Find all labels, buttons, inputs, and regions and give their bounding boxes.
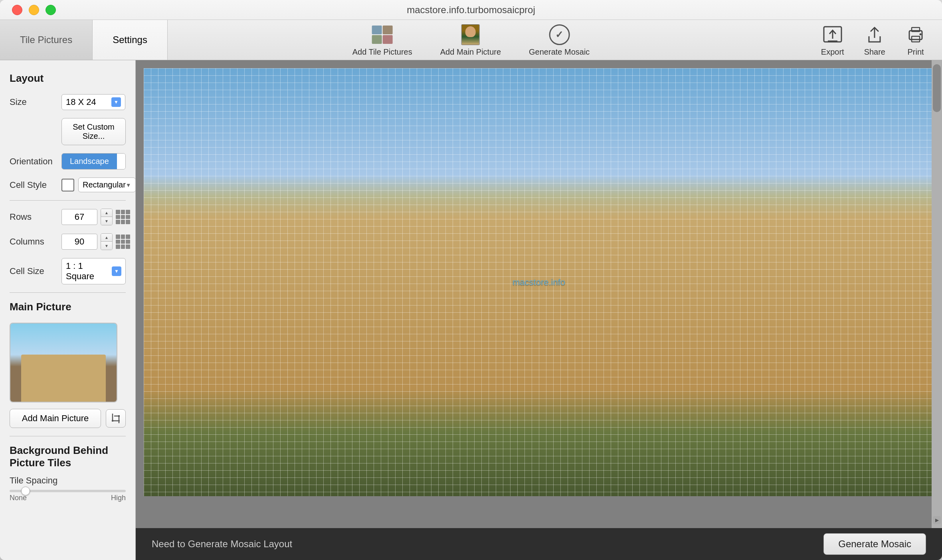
cell-style-controls: Rectangular: [61, 177, 136, 192]
size-row: Size 18 X 24: [10, 94, 126, 110]
rows-label: Rows: [10, 212, 61, 222]
tile-spacing-thumb[interactable]: [21, 487, 30, 495]
columns-decrement[interactable]: ▼: [101, 242, 112, 250]
tabs-toolbar-row: Tile Pictures Settings: [0, 20, 942, 60]
columns-grid-icon[interactable]: [116, 235, 130, 249]
tile-icon-cell3: [372, 35, 382, 44]
cell-style-row: Cell Style Rectangular: [10, 177, 126, 192]
toolbar-center: Add Tile Pictures Add Main Picture: [352, 24, 590, 57]
orientation-row: Orientation Landscape Portrait: [10, 153, 126, 170]
canvas-area: macstore.info ▶ Need to Generate Mosaic …: [136, 60, 942, 560]
cell-size-value: 1 : 1 Square: [66, 261, 109, 282]
bottom-status-bar: Need to Generate Mosaic Layout Generate …: [136, 528, 942, 560]
add-tile-pictures-button[interactable]: Add Tile Pictures: [352, 24, 412, 57]
size-value: 18 X 24: [66, 97, 108, 107]
window-header: macstore.info.turbomosaicproj Tile Pictu…: [0, 0, 942, 60]
generate-mosaic-action-button[interactable]: Generate Mosaic: [823, 533, 926, 555]
sidebar: Layout Size 18 X 24 Set Custom Size... O…: [0, 60, 136, 560]
tile-icon-cell2: [383, 26, 393, 34]
cell-style-select[interactable]: Rectangular: [78, 177, 136, 192]
rows-input[interactable]: [61, 209, 97, 225]
tile-spacing-slider-container: None High: [10, 490, 126, 512]
columns-label: Columns: [10, 237, 61, 247]
print-button[interactable]: Print: [905, 24, 926, 57]
generate-mosaic-icon: [549, 24, 570, 46]
custom-size-button[interactable]: Set Custom Size...: [61, 118, 126, 145]
tile-spacing-track: [10, 490, 126, 492]
tabs-left: Tile Pictures Settings: [0, 20, 168, 60]
tab-tile-pictures[interactable]: Tile Pictures: [0, 20, 93, 60]
rows-stepper: ▲ ▼: [101, 209, 113, 225]
cell-style-value: Rectangular: [83, 180, 126, 189]
mosaic-grid-overlay: [144, 68, 934, 496]
rows-decrement[interactable]: ▼: [101, 217, 112, 225]
toolbar-right: Export Share: [821, 24, 926, 57]
columns-row: Columns ▲ ▼: [10, 233, 126, 250]
slider-high-label: High: [111, 494, 126, 502]
bg-section-title: Background Behind Picture Tiles: [10, 444, 126, 469]
close-button[interactable]: [12, 5, 22, 15]
landscape-button[interactable]: Landscape: [62, 154, 117, 169]
layout-section-title: Layout: [10, 72, 126, 85]
bg-divider: [10, 436, 126, 436]
cell-size-select[interactable]: 1 : 1 Square: [61, 258, 126, 284]
add-main-picture-button[interactable]: Add Main Picture: [10, 409, 101, 428]
share-icon: [864, 24, 885, 45]
columns-stepper: ▲ ▼: [101, 233, 113, 250]
export-button[interactable]: Export: [821, 24, 844, 57]
orientation-group: Landscape Portrait: [61, 153, 126, 170]
cell-size-dropdown-arrow: [112, 266, 121, 276]
add-tile-pictures-label: Add Tile Pictures: [352, 47, 412, 57]
minimize-button[interactable]: [29, 5, 39, 15]
tile-icon-cell4: [383, 35, 393, 44]
mosaic-image: macstore.info: [144, 68, 934, 496]
main-content: Layout Size 18 X 24 Set Custom Size... O…: [0, 60, 942, 560]
layout-divider: [10, 200, 126, 201]
columns-input[interactable]: [61, 234, 97, 250]
tab-settings[interactable]: Settings: [93, 20, 168, 60]
size-label: Size: [10, 97, 61, 107]
columns-increment[interactable]: ▲: [101, 234, 112, 242]
print-label: Print: [907, 47, 924, 57]
rows-row: Rows ▲ ▼: [10, 209, 126, 225]
add-main-picture-button[interactable]: Add Main Picture: [440, 24, 501, 57]
title-row: macstore.info.turbomosaicproj: [0, 0, 942, 20]
orientation-label: Orientation: [10, 156, 61, 167]
rows-input-group: ▲ ▼: [61, 209, 130, 225]
main-picture-divider: [10, 292, 126, 293]
main-picture-section-title: Main Picture: [10, 301, 126, 313]
size-dropdown-arrow: [111, 97, 121, 107]
portrait-button[interactable]: Portrait: [117, 154, 126, 169]
custom-size-row: Set Custom Size...: [10, 118, 126, 145]
mosaic-container[interactable]: macstore.info: [136, 60, 942, 528]
mona-lisa-icon: [461, 24, 480, 45]
scrollbar-right[interactable]: ▶: [932, 60, 942, 528]
svg-point-6: [920, 33, 922, 35]
cell-style-label: Cell Style: [10, 180, 61, 190]
main-picture-preview: [10, 323, 117, 402]
traffic-lights: [12, 5, 56, 15]
status-text: Need to Generate Mosaic Layout: [152, 538, 292, 550]
window-title: macstore.info.turbomosaicproj: [407, 4, 535, 16]
maximize-button[interactable]: [46, 5, 56, 15]
scroll-arrow-down[interactable]: ▶: [933, 516, 941, 524]
share-button[interactable]: Share: [864, 24, 885, 57]
cell-size-label: Cell Size: [10, 266, 61, 276]
rows-increment[interactable]: ▲: [101, 209, 112, 217]
building-preview-image: [10, 323, 117, 402]
scroll-thumb[interactable]: [933, 64, 941, 112]
print-icon: [905, 24, 926, 45]
rows-grid-icon[interactable]: [116, 210, 130, 224]
generate-mosaic-label: Generate Mosaic: [529, 47, 590, 57]
cell-style-preview-box: [61, 179, 74, 191]
tile-pictures-icon: [372, 24, 393, 46]
generate-mosaic-button[interactable]: Generate Mosaic: [529, 24, 590, 57]
crop-button[interactable]: [106, 409, 126, 428]
share-label: Share: [864, 47, 885, 57]
checkmark-circle-icon: [549, 24, 570, 45]
svg-rect-12: [118, 415, 120, 417]
export-label: Export: [821, 47, 844, 57]
size-select[interactable]: 18 X 24: [61, 94, 125, 110]
export-icon: [822, 24, 843, 45]
columns-input-group: ▲ ▼: [61, 233, 130, 250]
